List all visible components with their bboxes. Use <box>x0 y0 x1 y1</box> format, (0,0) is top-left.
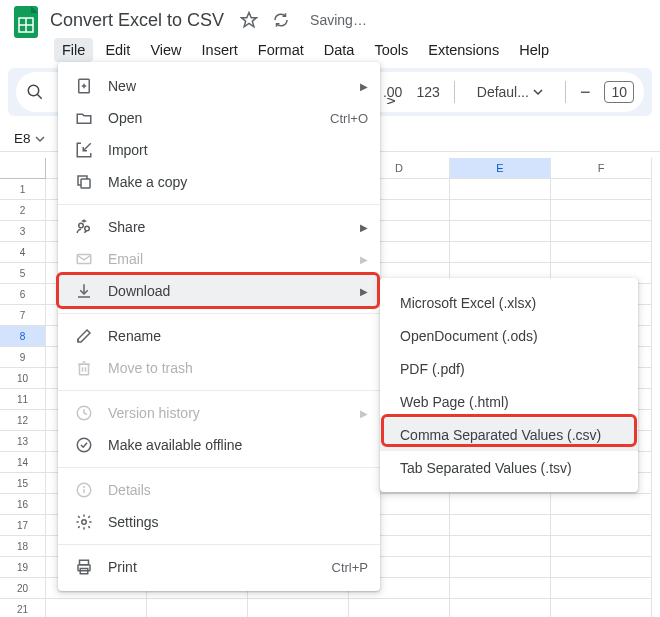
cell-E4[interactable] <box>450 242 551 263</box>
row-header-14[interactable]: 14 <box>0 452 46 473</box>
svg-rect-11 <box>81 179 90 188</box>
share-icon <box>74 218 94 236</box>
row-header-9[interactable]: 9 <box>0 347 46 368</box>
divider <box>58 204 380 205</box>
menu-share[interactable]: Share ▶ <box>58 211 380 243</box>
divider <box>58 390 380 391</box>
history-icon <box>74 404 94 422</box>
menu-file[interactable]: File <box>54 38 93 62</box>
cell-F20[interactable] <box>551 578 652 599</box>
cell-F19[interactable] <box>551 557 652 578</box>
cell-F1[interactable] <box>551 179 652 200</box>
cell-E2[interactable] <box>450 200 551 221</box>
menu-view[interactable]: View <box>142 38 189 62</box>
menu-print[interactable]: Print Ctrl+P <box>58 551 380 583</box>
cell-F18[interactable] <box>551 536 652 557</box>
email-icon <box>74 250 94 268</box>
col-header-F[interactable]: F <box>551 158 652 179</box>
cell-C21[interactable] <box>248 599 349 617</box>
row-header-4[interactable]: 4 <box>0 242 46 263</box>
row-header-8[interactable]: 8 <box>0 326 46 347</box>
cell-B21[interactable] <box>147 599 248 617</box>
row-header-21[interactable]: 21 <box>0 599 46 617</box>
col-header-E[interactable]: E <box>450 158 551 179</box>
cell-D21[interactable] <box>349 599 450 617</box>
download-html[interactable]: Web Page (.html) <box>380 385 638 418</box>
menu-trash: Move to trash <box>58 352 380 384</box>
row-header-2[interactable]: 2 <box>0 200 46 221</box>
submenu-arrow-icon: ▶ <box>360 408 368 419</box>
cell-E18[interactable] <box>450 536 551 557</box>
menu-download[interactable]: Download ▶ <box>58 275 380 307</box>
cell-E17[interactable] <box>450 515 551 536</box>
increase-decimal[interactable]: .00 <box>383 84 402 100</box>
font-size-input[interactable]: 10 <box>604 81 634 103</box>
font-picker[interactable]: Defaul... <box>469 80 551 104</box>
info-icon <box>74 481 94 499</box>
row-header-11[interactable]: 11 <box>0 389 46 410</box>
menu-make-copy[interactable]: Make a copy <box>58 166 380 198</box>
menu-rename[interactable]: Rename <box>58 320 380 352</box>
row-header-19[interactable]: 19 <box>0 557 46 578</box>
download-csv[interactable]: Comma Separated Values (.csv) <box>380 418 638 451</box>
menu-edit[interactable]: Edit <box>97 38 138 62</box>
row-header-16[interactable]: 16 <box>0 494 46 515</box>
number-format-123[interactable]: 123 <box>416 84 439 100</box>
cell-E3[interactable] <box>450 221 551 242</box>
row-header-15[interactable]: 15 <box>0 473 46 494</box>
star-icon[interactable] <box>240 11 258 29</box>
row-header-6[interactable]: 6 <box>0 284 46 305</box>
download-ods[interactable]: OpenDocument (.ods) <box>380 319 638 352</box>
search-icon[interactable] <box>26 83 44 101</box>
row-header-12[interactable]: 12 <box>0 410 46 431</box>
row-header-5[interactable]: 5 <box>0 263 46 284</box>
cell-E1[interactable] <box>450 179 551 200</box>
cell-F16[interactable] <box>551 494 652 515</box>
cell-F17[interactable] <box>551 515 652 536</box>
gear-icon <box>74 513 94 531</box>
row-header-18[interactable]: 18 <box>0 536 46 557</box>
row-header-20[interactable]: 20 <box>0 578 46 599</box>
offline-icon <box>74 436 94 454</box>
cell-F3[interactable] <box>551 221 652 242</box>
sheets-icon[interactable] <box>12 4 40 40</box>
menu-help[interactable]: Help <box>511 38 557 62</box>
menu-new[interactable]: New ▶ <box>58 70 380 102</box>
row-header-13[interactable]: 13 <box>0 431 46 452</box>
cell-F4[interactable] <box>551 242 652 263</box>
cell-F21[interactable] <box>551 599 652 617</box>
row-header-17[interactable]: 17 <box>0 515 46 536</box>
menu-insert[interactable]: Insert <box>194 38 246 62</box>
cell-A21[interactable] <box>46 599 147 617</box>
row-header-10[interactable]: 10 <box>0 368 46 389</box>
menu-format[interactable]: Format <box>250 38 312 62</box>
font-size-minus[interactable]: − <box>580 82 591 103</box>
import-icon <box>74 141 94 159</box>
menu-data[interactable]: Data <box>316 38 363 62</box>
download-icon <box>74 282 94 300</box>
menu-open[interactable]: Open Ctrl+O <box>58 102 380 134</box>
doc-title[interactable]: Convert Excel to CSV <box>50 10 224 31</box>
menu-tools[interactable]: Tools <box>366 38 416 62</box>
menu-import[interactable]: Import <box>58 134 380 166</box>
submenu-arrow-icon: ▶ <box>360 81 368 92</box>
download-xlsx[interactable]: Microsoft Excel (.xlsx) <box>380 286 638 319</box>
cell-E21[interactable] <box>450 599 551 617</box>
menu-settings[interactable]: Settings <box>58 506 380 538</box>
download-pdf[interactable]: PDF (.pdf) <box>380 352 638 385</box>
row-header-7[interactable]: 7 <box>0 305 46 326</box>
menu-offline[interactable]: Make available offline <box>58 429 380 461</box>
divider <box>58 544 380 545</box>
cell-reference: E8 <box>14 131 31 146</box>
row-header-3[interactable]: 3 <box>0 221 46 242</box>
download-tsv[interactable]: Tab Separated Values (.tsv) <box>380 451 638 484</box>
svg-point-5 <box>28 85 39 96</box>
row-header-1[interactable]: 1 <box>0 179 46 200</box>
cell-E19[interactable] <box>450 557 551 578</box>
cell-E20[interactable] <box>450 578 551 599</box>
cloud-sync-icon[interactable] <box>272 11 290 29</box>
cell-F2[interactable] <box>551 200 652 221</box>
cell-E16[interactable] <box>450 494 551 515</box>
folder-icon <box>74 109 94 127</box>
menu-extensions[interactable]: Extensions <box>420 38 507 62</box>
